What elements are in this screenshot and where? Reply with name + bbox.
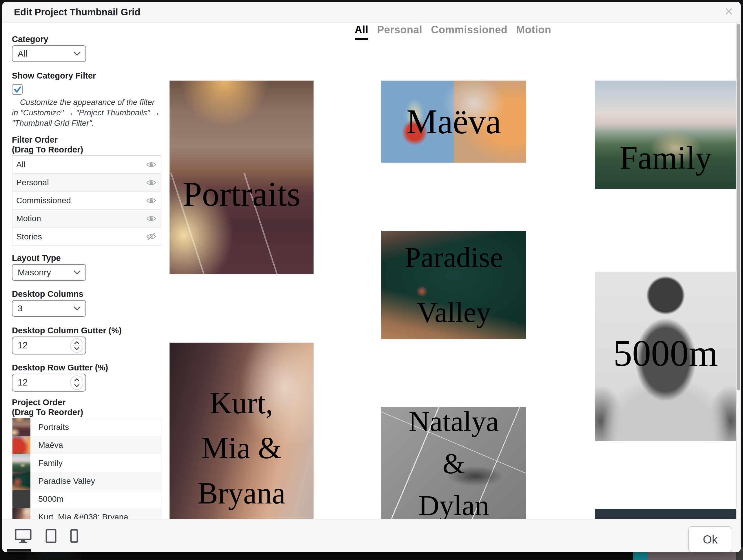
filter-row-label: All (16, 160, 146, 169)
eye-hidden-icon[interactable] (146, 233, 156, 240)
tab-commissioned[interactable]: Commissioned (431, 24, 508, 40)
project-thumbnail (12, 436, 31, 454)
layout-type-value: Masonry (18, 267, 73, 277)
stepper-down-icon[interactable] (74, 384, 80, 388)
project-tile-family[interactable]: Family (595, 81, 736, 189)
stepper-up-icon[interactable] (74, 341, 80, 345)
tab-all[interactable]: All (355, 24, 368, 40)
project-tile-kurt-mia-bryana[interactable]: Kurt, Mia & Bryana (170, 343, 313, 519)
project-thumbnail (12, 490, 31, 508)
filter-order-list: All Personal Commissioned Motion (12, 155, 162, 246)
stepper-down-icon[interactable] (74, 347, 80, 350)
desktop-column-gutter-value: 12 (18, 340, 71, 351)
filter-row-commissioned[interactable]: Commissioned (12, 191, 161, 210)
stepper-up-icon[interactable] (74, 378, 80, 382)
thumbnail-image (381, 231, 526, 339)
project-row-kurt-mia-bryana[interactable]: Kurt, Mia &#038; Bryana (12, 508, 161, 519)
modal-body: Category All Show Category Filter Custom… (2, 23, 741, 519)
project-row-family[interactable]: Family (12, 454, 161, 472)
filter-row-personal[interactable]: Personal (12, 174, 161, 191)
close-icon[interactable]: × (725, 4, 733, 18)
project-row-5000m[interactable]: 5000m (12, 490, 161, 508)
eye-visible-icon[interactable] (146, 161, 156, 168)
scrollbar-thumb[interactable] (737, 24, 740, 390)
chevron-down-icon (73, 270, 81, 275)
project-thumbnail (12, 508, 31, 519)
desktop-column-gutter-label: Desktop Column Gutter (%) (12, 326, 162, 335)
project-tile-5000m[interactable]: 5000m (595, 271, 736, 441)
desktop-icon[interactable] (14, 528, 32, 544)
ok-button[interactable]: Ok (688, 526, 732, 552)
show-category-filter-checkbox[interactable] (12, 84, 23, 95)
eye-visible-icon[interactable] (146, 179, 156, 186)
filter-row-all[interactable]: All (12, 156, 161, 174)
mobile-icon[interactable] (70, 529, 78, 543)
project-row-paradise-valley[interactable]: Paradise Valley (12, 472, 161, 490)
tab-motion[interactable]: Motion (516, 24, 551, 40)
project-row-label: Family (31, 458, 62, 468)
track-lines (170, 173, 313, 274)
settings-sidebar: Category All Show Category Filter Custom… (2, 23, 170, 519)
project-order-list: Portraits Maëva Family Paradise Valley 5… (12, 418, 162, 519)
project-row-label: Paradise Valley (31, 476, 95, 486)
filter-hint-text: Customize the appearance of the filter i… (12, 97, 162, 128)
project-tile-natalya-dylan[interactable]: Natalya & Dylan (381, 407, 526, 519)
category-value: All (18, 49, 73, 58)
thumbnail-image (170, 81, 313, 274)
eye-visible-icon[interactable] (146, 215, 156, 222)
grid-preview-pane: All Personal Commissioned Motion Portrai… (170, 23, 741, 519)
project-order-sublabel: (Drag To Reorder) (12, 407, 162, 417)
thumbnail-image (170, 343, 313, 519)
filter-row-label: Stories (16, 232, 146, 242)
modal-title: Edit Project Thumbnail Grid (2, 7, 140, 18)
category-filter-tabs: All Personal Commissioned Motion (170, 24, 736, 40)
preview-scrollbar (736, 23, 741, 519)
tab-personal[interactable]: Personal (377, 24, 422, 40)
desktop-columns-select[interactable]: 3 (12, 300, 86, 317)
desktop-column-gutter-input[interactable]: 12 (12, 337, 86, 354)
filter-row-motion[interactable]: Motion (12, 210, 161, 227)
project-row-portraits[interactable]: Portraits (12, 418, 161, 436)
chevron-down-icon (73, 306, 81, 311)
project-row-label: Portraits (31, 422, 69, 432)
project-tile-portraits[interactable]: Portraits (170, 81, 313, 274)
project-row-label: Kurt, Mia &#038; Bryana (31, 512, 128, 519)
tablet-icon[interactable] (45, 528, 57, 544)
edit-project-thumbnail-grid-modal: Edit Project Thumbnail Grid × Category A… (2, 2, 741, 552)
thumbnail-image (595, 509, 736, 519)
layout-type-label: Layout Type (12, 253, 162, 263)
thumbnail-image (381, 407, 526, 519)
desktop-row-gutter-label: Desktop Row Gutter (%) (12, 362, 162, 373)
number-stepper[interactable] (71, 338, 83, 353)
project-order-label: Project Order (12, 397, 162, 407)
project-tile-paradise-valley[interactable]: Paradise Valley (381, 231, 526, 339)
device-preview-switcher (14, 519, 78, 552)
category-select[interactable]: All (12, 45, 86, 62)
check-icon (13, 85, 22, 94)
category-label: Category (12, 34, 162, 44)
project-thumbnail (12, 454, 31, 472)
filter-order-label: Filter Order (12, 135, 162, 145)
layout-type-select[interactable]: Masonry (12, 264, 86, 281)
filter-row-stories[interactable]: Stories (12, 227, 161, 246)
desktop-columns-label: Desktop Columns (12, 289, 162, 299)
modal-header: Edit Project Thumbnail Grid × (2, 2, 741, 23)
thumbnail-image (595, 81, 736, 189)
project-row-maeva[interactable]: Maëva (12, 436, 161, 454)
show-category-filter-label: Show Category Filter (12, 71, 162, 81)
project-thumbnail (12, 472, 31, 490)
thumbnail-image (595, 271, 736, 441)
filter-row-label: Motion (16, 214, 146, 223)
project-tile-maeva[interactable]: Maëva (381, 81, 526, 163)
desktop-row-gutter-value: 12 (18, 377, 71, 388)
desktop-columns-value: 3 (18, 303, 73, 313)
filter-row-label: Personal (16, 178, 146, 187)
number-stepper[interactable] (71, 375, 83, 390)
desktop-row-gutter-input[interactable]: 12 (12, 374, 86, 392)
project-row-label: Maëva (31, 440, 63, 450)
project-thumbnail (12, 418, 31, 436)
project-tile-euro[interactable]: Euro (595, 509, 736, 519)
active-device-indicator (7, 549, 31, 552)
thumbnail-image (381, 81, 526, 163)
eye-visible-icon[interactable] (146, 197, 156, 204)
